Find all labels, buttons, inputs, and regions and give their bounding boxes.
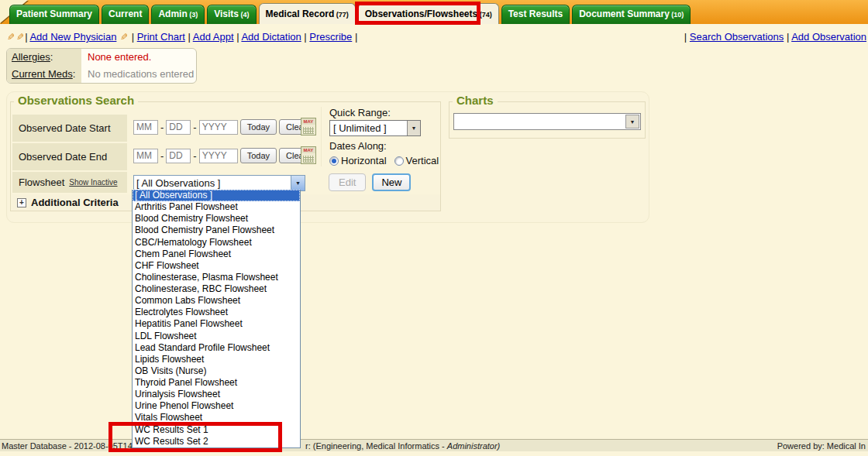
charts-title: Charts bbox=[453, 94, 498, 107]
tab-count-badge: (77) bbox=[334, 11, 349, 19]
tab-label: Current bbox=[108, 9, 142, 19]
chevron-down-icon[interactable]: ▼ bbox=[625, 115, 639, 129]
end-today-button[interactable]: Today bbox=[240, 148, 277, 163]
pencil-edit-icon[interactable]: ✎ bbox=[7, 32, 15, 43]
pencil-edit-icon[interactable]: ✎ bbox=[120, 32, 128, 43]
link-add-dictation[interactable]: Add Dictation bbox=[241, 31, 301, 43]
link-prescribe[interactable]: Prescribe bbox=[309, 31, 352, 43]
dropdown-option-chem-panel-flowsheet[interactable]: Chem Panel Flowsheet bbox=[133, 249, 300, 260]
dropdown-option-cholinesterase-plasma-flowsheet[interactable]: Cholinesterase, Plasma Flowsheet bbox=[133, 272, 300, 283]
dropdown-option--all-observations-[interactable]: [ All Observations ] bbox=[133, 190, 300, 201]
dropdown-option-arthritis-panel-flowsheet[interactable]: Arthritis Panel Flowsheet bbox=[133, 201, 300, 213]
calendar-month-label: MAY bbox=[301, 147, 315, 153]
dropdown-option-wc-results-set-1[interactable]: WC Results Set 1 bbox=[133, 424, 300, 436]
expand-plus-icon[interactable]: + bbox=[17, 198, 26, 207]
calendar-icon[interactable]: MAY bbox=[301, 118, 316, 135]
end-day-input[interactable] bbox=[166, 149, 191, 163]
tab-bar: Patient SummaryCurrentAdmin (3)Visits (4… bbox=[0, 0, 868, 24]
patient-alert-box: Allergies: None entered. Current Meds: N… bbox=[6, 48, 197, 84]
chevron-down-icon[interactable]: ▼ bbox=[291, 176, 305, 190]
start-day-input[interactable] bbox=[166, 120, 191, 135]
tab-observations-flowsheets[interactable]: Observations/Flowsheets (74) bbox=[358, 3, 499, 24]
allergies-link[interactable]: Allergies bbox=[12, 51, 50, 63]
calendar-grid bbox=[303, 127, 314, 134]
dropdown-option-cholinesterase-rbc-flowsheet[interactable]: Cholinesterase, RBC Flowsheet bbox=[133, 283, 300, 295]
allergies-value: None entered. bbox=[81, 49, 151, 66]
dropdown-option-lipids-flowsheet[interactable]: Lipids Flowsheet bbox=[133, 354, 300, 365]
tab-strip: Patient SummaryCurrentAdmin (3)Visits (4… bbox=[9, 3, 691, 24]
tab-test-results[interactable]: Test Results bbox=[501, 5, 570, 24]
radio-vertical[interactable]: Vertical bbox=[394, 155, 439, 166]
dropdown-option-wc-results-set-2[interactable]: WC Results Set 2 bbox=[133, 436, 300, 447]
link-add-observation[interactable]: Add Observation bbox=[791, 31, 866, 43]
new-button[interactable]: New bbox=[372, 173, 411, 191]
current-meds-link[interactable]: Current Meds bbox=[12, 68, 73, 80]
start-year-input[interactable] bbox=[199, 120, 238, 135]
tab-visits[interactable]: Visits (4) bbox=[207, 5, 256, 24]
additional-criteria-label: Additional Criteria bbox=[31, 197, 119, 208]
search-panel: Observations Search Observed Date Start … bbox=[6, 91, 649, 223]
dropdown-option-hepatitis-panel-flowsheet[interactable]: Hepatitis Panel Flowsheet bbox=[133, 318, 300, 330]
tab-label: Document Summary bbox=[579, 9, 670, 19]
dropdown-option-common-labs-flowsheet[interactable]: Common Labs Flowsheet bbox=[133, 295, 300, 307]
flowsheet-select[interactable]: [ All Observations ] ▼ bbox=[133, 175, 305, 191]
tab-current[interactable]: Current bbox=[102, 5, 149, 24]
observed-date-end-label: Observed Date End bbox=[12, 143, 127, 170]
dropdown-option-blood-chemistry-panel-flowsheet[interactable]: Blood Chemistry Panel Flowsheet bbox=[133, 225, 300, 236]
edit-button[interactable]: Edit bbox=[329, 173, 366, 191]
charts-fieldset: Charts ▼ bbox=[449, 101, 646, 139]
status-database-info: Master Database - 2012-08-05T14:25: bbox=[2, 441, 146, 451]
link-add-appt[interactable]: Add Appt bbox=[193, 31, 234, 43]
allergies-label-cell: Allergies: bbox=[7, 49, 81, 66]
tab-label: Medical Record bbox=[266, 9, 335, 19]
tab-admin[interactable]: Admin (3) bbox=[151, 5, 205, 24]
start-today-button[interactable]: Today bbox=[240, 119, 277, 135]
tab-label: Visits bbox=[214, 9, 239, 19]
date-dash: - bbox=[193, 150, 196, 162]
dropdown-option-cbc-hematology-flowsheet[interactable]: CBC/Hematology Flowsheet bbox=[133, 237, 300, 249]
dropdown-option-blood-chemistry-flowsheet[interactable]: Blood Chemistry Flowsheet bbox=[133, 213, 300, 225]
start-month-input[interactable] bbox=[133, 120, 158, 135]
date-dash: - bbox=[160, 150, 164, 162]
calendar-icon[interactable]: MAY bbox=[301, 146, 316, 164]
show-inactive-link[interactable]: Show Inactive bbox=[69, 178, 117, 187]
current-meds-label-cell: Current Meds: bbox=[7, 66, 81, 83]
observations-search-title: Observations Search bbox=[14, 94, 138, 107]
flowsheet-label-cell: Flowsheet Show Inactive bbox=[12, 172, 127, 193]
flowsheet-buttons: Edit New bbox=[329, 173, 411, 191]
end-month-input[interactable] bbox=[133, 149, 158, 163]
status-bar: Master Database - 2012-08-05T14:25: r: (… bbox=[0, 439, 868, 451]
radio-horizontal[interactable]: Horizontal bbox=[329, 155, 387, 166]
dropdown-option-lead-standard-profile-flowsheet[interactable]: Lead Standard Profile Flowsheet bbox=[133, 342, 300, 354]
dropdown-option-thyroid-panel-flowsheet[interactable]: Thyroid Panel Flowsheet bbox=[133, 377, 300, 389]
dropdown-option-vitals-flowsheet[interactable]: Vitals Flowsheet bbox=[133, 412, 300, 423]
flowsheet-select-value: [ All Observations ] bbox=[136, 177, 220, 189]
dropdown-option-urinalysis-flowsheet[interactable]: Urinalysis Flowsheet bbox=[133, 389, 300, 400]
link-print-chart[interactable]: Print Chart bbox=[137, 31, 185, 43]
quick-range-select[interactable]: [ Unlimited ] ▼ bbox=[329, 120, 421, 136]
current-meds-row: Current Meds: No medications entered bbox=[7, 66, 196, 83]
dropdown-option-urine-phenol-flowsheet[interactable]: Urine Phenol Flowsheet bbox=[133, 400, 300, 412]
link-search-observations[interactable]: Search Observations bbox=[690, 31, 784, 43]
date-dash: - bbox=[193, 122, 196, 133]
charts-select[interactable]: ▼ bbox=[453, 113, 641, 130]
tab-count-badge: (74) bbox=[477, 11, 492, 19]
calendar-grid bbox=[303, 156, 314, 163]
tab-label: Admin bbox=[158, 9, 187, 19]
dropdown-option-chf-flowsheet[interactable]: CHF Flowsheet bbox=[133, 260, 300, 272]
tab-document-summary[interactable]: Document Summary (10) bbox=[572, 5, 691, 24]
tab-patient-summary[interactable]: Patient Summary bbox=[9, 5, 99, 24]
quick-range-label: Quick Range: bbox=[329, 107, 439, 118]
dropdown-option-ob-visits-nurse-[interactable]: OB Visits (Nurse) bbox=[133, 365, 300, 377]
calendar-month-label: MAY bbox=[301, 118, 315, 125]
date-end-controls: - - Today Clear bbox=[133, 148, 313, 163]
observed-date-start-label: Observed Date Start bbox=[12, 115, 127, 142]
dropdown-option-ldl-flowsheet[interactable]: LDL Flowsheet bbox=[133, 331, 300, 342]
chevron-down-icon[interactable]: ▼ bbox=[407, 121, 420, 135]
end-year-input[interactable] bbox=[199, 149, 238, 163]
dropdown-option-electrolytes-flowsheet[interactable]: Electrolytes Flowsheet bbox=[133, 307, 300, 318]
tab-medical-record[interactable]: Medical Record (77) bbox=[259, 3, 356, 24]
link-add-new-physician[interactable]: Add New Physician bbox=[29, 31, 116, 43]
pencil-edit-icon[interactable]: ✎ bbox=[16, 32, 24, 43]
dates-along-label: Dates Along: bbox=[329, 140, 439, 152]
